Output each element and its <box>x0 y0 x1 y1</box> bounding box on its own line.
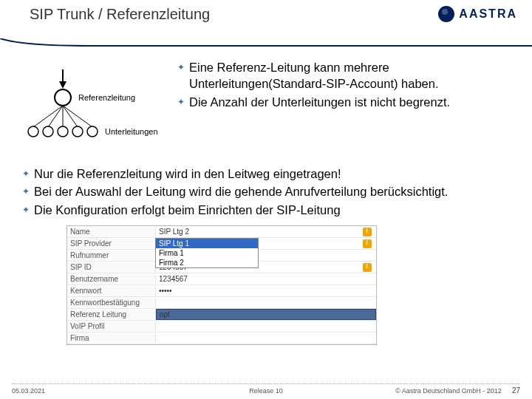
bullet-text: Eine Referenz-Leitung kann mehrere Unter… <box>189 59 510 92</box>
bullet-item: ✦ Bei der Auswahl der Leitung wird die g… <box>22 183 510 200</box>
config-form-screenshot: NameSIP Ltg 2 SIP ProviderSipgate Rufnum… <box>66 225 377 345</box>
bullet-item: ✦ Nur die Referenzleitung wird in den Le… <box>22 166 510 182</box>
form-row: VoIP Profil <box>67 321 376 332</box>
reference-dropdown[interactable]: opt <box>156 309 376 320</box>
warning-icon <box>363 228 372 236</box>
bullet-text: Bei der Auswahl der Leitung wird die geh… <box>34 183 510 200</box>
dropdown-menu[interactable]: SIP Ltg 1 Firma 1 Firma 2 <box>155 238 259 268</box>
warning-icon <box>363 239 372 248</box>
form-row: NameSIP Ltg 2 <box>67 226 376 238</box>
footer: 05.03.2021 Release 10 © Aastra Deutschla… <box>0 386 532 395</box>
dropdown-option[interactable]: Firma 2 <box>156 258 258 267</box>
svg-line-3 <box>33 106 63 127</box>
svg-marker-1 <box>59 81 66 89</box>
svg-point-12 <box>87 126 98 137</box>
logo-text: AASTRA <box>459 7 517 21</box>
form-row: Kennwortbestätigung <box>67 297 376 309</box>
star-icon: ✦ <box>22 166 34 182</box>
footer-release: Release 10 <box>249 387 283 395</box>
page-number: 27 <box>512 386 520 395</box>
form-row: Referenz Leitungopt <box>67 309 376 321</box>
diagram-ref-label: Referenzleitung <box>78 93 135 102</box>
diagram-sub-label: Unterleitungen <box>105 127 158 136</box>
star-icon: ✦ <box>22 202 34 218</box>
brand-logo: AASTRA <box>438 6 517 22</box>
bullet-item: ✦ Die Anzahl der Unterleitungen ist nich… <box>177 94 510 110</box>
bullet-text: Die Anzahl der Unterleitungen ist nicht … <box>189 94 510 110</box>
star-icon: ✦ <box>22 183 34 200</box>
svg-line-4 <box>48 106 63 127</box>
dropdown-option[interactable]: Firma 1 <box>156 248 258 258</box>
bullet-item: ✦ Die Konfiguration erfolgt beim Einrich… <box>22 202 510 218</box>
svg-point-10 <box>58 126 68 137</box>
footer-date: 05.03.2021 <box>12 387 45 395</box>
footer-copyright: © Aastra Deutschland GmbH - 2012 <box>395 387 502 395</box>
star-icon: ✦ <box>177 94 189 110</box>
dropdown-option[interactable]: SIP Ltg 1 <box>156 239 258 248</box>
svg-point-11 <box>72 126 83 137</box>
form-row: Benutzername1234567 <box>67 273 376 285</box>
bullet-item: ✦ Eine Referenz-Leitung kann mehrere Unt… <box>177 59 510 92</box>
top-bullet-list: ✦ Eine Referenz-Leitung kann mehrere Unt… <box>177 59 510 112</box>
lower-bullet-list: ✦ Nur die Referenzleitung wird in den Le… <box>22 166 510 218</box>
star-icon: ✦ <box>177 59 189 92</box>
svg-point-9 <box>43 126 53 137</box>
form-row: Kennwort••••• <box>67 285 376 297</box>
form-row: Firma <box>67 332 376 344</box>
svg-point-8 <box>28 126 38 137</box>
reference-diagram: Referenzleitung Unterleitungen <box>22 59 163 155</box>
bullet-text: Die Konfiguration erfolgt beim Einrichte… <box>34 202 510 218</box>
logo-icon <box>438 6 454 22</box>
bullet-text: Nur die Referenzleitung wird in den Leit… <box>34 166 510 182</box>
header-divider <box>0 38 532 44</box>
warning-icon <box>363 263 372 272</box>
svg-line-6 <box>63 106 78 127</box>
svg-point-2 <box>55 89 71 106</box>
svg-line-7 <box>63 106 92 127</box>
